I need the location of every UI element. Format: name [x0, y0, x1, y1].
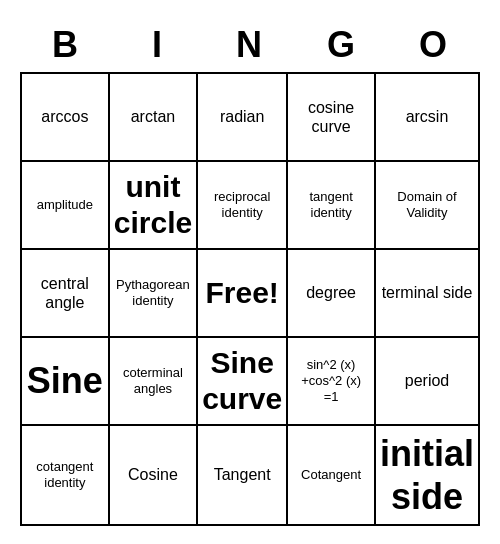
bingo-grid: arccosarctanradiancosine curvearcsinampl… [20, 72, 480, 526]
cell-text: central angle [26, 274, 104, 312]
cell-r2-c2: Free! [198, 250, 288, 338]
header-letter: G [296, 18, 388, 72]
cell-text: sin^2 (x) +cos^2 (x) =1 [292, 357, 370, 404]
cell-text: tangent identity [292, 189, 370, 220]
cell-text: Tangent [214, 465, 271, 484]
cell-text: Cosine [128, 465, 178, 484]
cell-text: arccos [41, 107, 88, 126]
cell-r3-c4: period [376, 338, 480, 426]
cell-r1-c4: Domain of Validity [376, 162, 480, 250]
cell-r0-c3: cosine curve [288, 74, 376, 162]
cell-r4-c3: Cotangent [288, 426, 376, 526]
cell-r4-c4: initial side [376, 426, 480, 526]
cell-text: radian [220, 107, 264, 126]
cell-text: arctan [131, 107, 175, 126]
cell-r1-c1: unit circle [110, 162, 198, 250]
bingo-header: BINGO [20, 18, 480, 72]
header-letter: I [112, 18, 204, 72]
cell-text: degree [306, 283, 356, 302]
cell-text: cosine curve [292, 98, 370, 136]
cell-r2-c1: Pythagorean identity [110, 250, 198, 338]
cell-r1-c3: tangent identity [288, 162, 376, 250]
cell-text: coterminal angles [114, 365, 192, 396]
cell-text: Free! [206, 275, 279, 311]
cell-text: cotangent identity [26, 459, 104, 490]
cell-r0-c2: radian [198, 74, 288, 162]
header-letter: O [388, 18, 480, 72]
cell-text: terminal side [382, 283, 473, 302]
cell-r4-c1: Cosine [110, 426, 198, 526]
cell-text: Domain of Validity [380, 189, 474, 220]
cell-text: unit circle [114, 169, 192, 241]
cell-text: amplitude [37, 197, 93, 213]
bingo-card: BINGO arccosarctanradiancosine curvearcs… [10, 8, 490, 536]
cell-r3-c1: coterminal angles [110, 338, 198, 426]
cell-text: initial side [380, 432, 474, 518]
cell-text: Sine [27, 359, 103, 402]
cell-text: reciprocal identity [202, 189, 282, 220]
cell-r2-c4: terminal side [376, 250, 480, 338]
cell-r0-c4: arcsin [376, 74, 480, 162]
cell-text: Cotangent [301, 467, 361, 483]
cell-text: Pythagorean identity [114, 277, 192, 308]
cell-r1-c0: amplitude [22, 162, 110, 250]
header-letter: N [204, 18, 296, 72]
cell-r2-c0: central angle [22, 250, 110, 338]
cell-r4-c0: cotangent identity [22, 426, 110, 526]
cell-r3-c3: sin^2 (x) +cos^2 (x) =1 [288, 338, 376, 426]
cell-r2-c3: degree [288, 250, 376, 338]
cell-text: arcsin [406, 107, 449, 126]
cell-r0-c1: arctan [110, 74, 198, 162]
cell-r1-c2: reciprocal identity [198, 162, 288, 250]
cell-r0-c0: arccos [22, 74, 110, 162]
cell-r3-c2: Sine curve [198, 338, 288, 426]
cell-text: Sine curve [202, 345, 282, 417]
header-letter: B [20, 18, 112, 72]
cell-r4-c2: Tangent [198, 426, 288, 526]
cell-r3-c0: Sine [22, 338, 110, 426]
cell-text: period [405, 371, 449, 390]
